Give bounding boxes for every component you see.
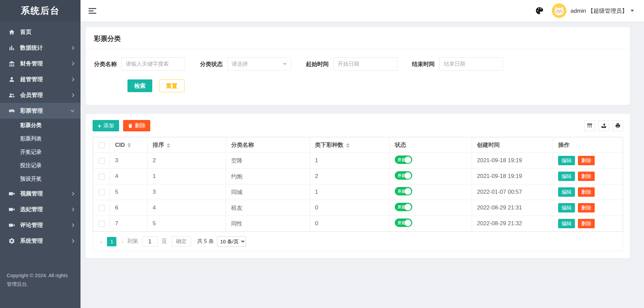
filter-columns-icon[interactable] [584, 120, 595, 131]
sidebar-item-stats[interactable]: 数据统计 [0, 40, 80, 56]
select-all-checkbox[interactable] [99, 142, 105, 148]
lottery-submenu: 彩票分类 彩票列表 开奖记录 投注记录 预设开奖 [0, 119, 80, 186]
gear-icon [8, 237, 15, 245]
header-cid[interactable]: CID [110, 137, 148, 153]
status-toggle[interactable]: 开启 [395, 171, 412, 180]
reset-button[interactable]: 重置 [159, 79, 184, 92]
sidebar-subitem-lottery-category[interactable]: 彩票分类 [0, 119, 80, 132]
status-toggle[interactable]: 开启 [395, 156, 412, 164]
status-toggle[interactable]: 开启 [395, 219, 412, 227]
row-checkbox[interactable] [99, 174, 105, 180]
page-input[interactable] [142, 236, 158, 247]
sidebar-item-members[interactable]: 会员管理 [0, 87, 80, 103]
sidebar-subitem-preset-draw[interactable]: 预设开奖 [0, 172, 80, 186]
sidebar: 系统后台 首页 数据统计 财务管理 超管管理 [0, 0, 80, 308]
video-camera-icon [8, 206, 15, 213]
cell-cid: 4 [110, 169, 148, 184]
sort-icon[interactable] [346, 143, 350, 148]
sidebar-item-home[interactable]: 首页 [0, 24, 80, 40]
avatar[interactable] [552, 3, 567, 18]
add-button[interactable]: + 添加 [93, 120, 119, 131]
menu-collapse-icon[interactable] [89, 8, 97, 14]
header-count[interactable]: 类下彩种数 [310, 137, 390, 153]
gamepad-icon [8, 107, 15, 115]
header-actions: 操作 [553, 137, 623, 153]
cell-count: 2 [310, 169, 390, 184]
sidebar-item-system[interactable]: 系统管理 [0, 233, 80, 249]
cell-cid: 7 [110, 216, 148, 232]
cell-count: 0 [310, 200, 390, 216]
batch-delete-button[interactable]: 删除 [123, 120, 150, 131]
sidebar-item-comments[interactable]: 评论管理 [0, 217, 80, 233]
chevron-right-icon [70, 46, 74, 50]
sidebar-item-finance[interactable]: 财务管理 [0, 56, 80, 71]
category-status-select[interactable]: 请选择 [227, 57, 291, 71]
cell-created: 2022-01-07 00:57 [472, 184, 553, 200]
row-checkbox[interactable] [99, 189, 105, 195]
cell-count: 1 [310, 153, 390, 169]
pagination: ‹ 1 › 到第 页 确定 共 5 条 10 条/页 [93, 232, 623, 251]
select-placeholder: 请选择 [232, 61, 248, 68]
user-menu[interactable]: admin 【超级管理员】 [571, 7, 628, 15]
delete-button[interactable]: 删除 [578, 219, 595, 228]
edit-button[interactable]: 编辑 [558, 219, 575, 228]
header-sort[interactable]: 排序 [148, 137, 226, 153]
row-checkbox[interactable] [99, 221, 105, 227]
sidebar-item-lottery[interactable]: 彩票管理 [0, 103, 80, 119]
start-date-input[interactable] [333, 57, 397, 71]
confirm-page-button[interactable]: 确定 [172, 236, 191, 247]
table-row: 7 5 同性 0 开启 2022-08-29 21:32 编辑删除 [93, 216, 623, 232]
chevron-right-icon [70, 93, 74, 97]
category-status-label: 分类状态 [200, 60, 223, 68]
sidebar-subitem-lottery-list[interactable]: 彩票列表 [0, 132, 80, 145]
cell-sort: 4 [148, 200, 226, 216]
delete-button[interactable]: 删除 [578, 203, 595, 212]
sidebar-subitem-bet-records[interactable]: 投注记录 [0, 159, 80, 172]
delete-button[interactable]: 删除 [578, 172, 595, 181]
print-icon[interactable] [612, 120, 623, 131]
sidebar-subitem-draw-records[interactable]: 开奖记录 [0, 145, 80, 159]
edit-button[interactable]: 编辑 [558, 203, 575, 212]
delete-button[interactable]: 删除 [578, 187, 595, 197]
page-number-active[interactable]: 1 [107, 237, 116, 246]
filter-row: 分类名称 分类状态 请选择 起始时间 [86, 49, 630, 71]
row-checkbox[interactable] [99, 205, 105, 211]
prev-page-icon[interactable]: ‹ [98, 238, 104, 245]
filter-actions: 检索 重置 [86, 79, 630, 92]
page-content: 彩票分类 分类名称 分类状态 请选择 起始时间 [80, 21, 644, 308]
theme-palette-icon[interactable] [535, 6, 544, 15]
category-name-input[interactable] [121, 57, 185, 71]
edit-button[interactable]: 编辑 [558, 172, 575, 181]
sidebar-item-label: 选妃管理 [20, 205, 43, 213]
status-toggle[interactable]: 开启 [395, 187, 412, 195]
filter-card: 彩票分类 分类名称 分类状态 请选择 起始时间 [86, 27, 630, 105]
sidebar-item-superadmin[interactable]: 超管管理 [0, 71, 80, 87]
cell-sort: 2 [148, 153, 226, 169]
status-toggle[interactable]: 开启 [395, 203, 412, 211]
cell-count: 1 [310, 184, 390, 200]
search-button[interactable]: 检索 [127, 79, 152, 92]
delete-button[interactable]: 删除 [578, 156, 595, 165]
start-time-label: 起始时间 [306, 60, 329, 68]
sidebar-item-xuanfei[interactable]: 选妃管理 [0, 201, 80, 217]
page-size-select[interactable]: 10 条/页 [217, 236, 246, 247]
table-row: 4 1 约炮 2 开启 2021-09-18 19:19 编辑删除 [93, 169, 623, 184]
edit-button[interactable]: 编辑 [558, 156, 575, 165]
bank-icon [8, 60, 15, 67]
sort-icon[interactable] [127, 143, 131, 147]
app-root: 系统后台 首页 数据统计 财务管理 超管管理 [0, 0, 644, 308]
edit-button[interactable]: 编辑 [558, 187, 575, 197]
topbar: admin 【超级管理员】 [80, 0, 644, 21]
cell-name: 同城 [226, 184, 310, 200]
table-card: + 添加 删除 [86, 114, 630, 258]
end-date-input[interactable] [439, 57, 503, 71]
chevron-down-icon [70, 108, 74, 112]
sidebar-item-video[interactable]: 视频管理 [0, 186, 80, 201]
trash-icon [128, 123, 133, 128]
cell-created: 2022-08-29 21:31 [472, 200, 553, 216]
header-status: 状态 [390, 137, 472, 153]
sort-icon[interactable] [167, 143, 170, 148]
next-page-icon[interactable]: › [119, 238, 125, 245]
export-icon[interactable] [598, 120, 609, 131]
row-checkbox[interactable] [99, 158, 105, 164]
